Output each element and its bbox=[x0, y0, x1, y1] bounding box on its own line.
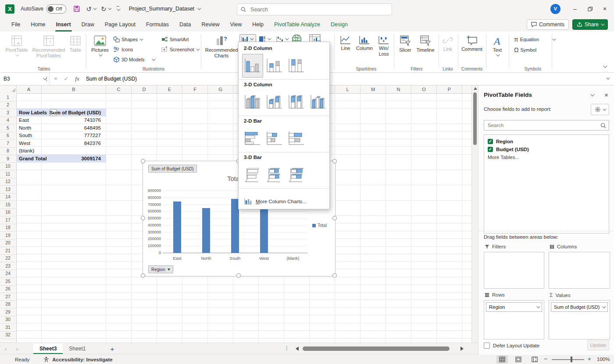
chart-gallery-item-bar3d-0[interactable] bbox=[242, 163, 263, 187]
rows-area-box[interactable]: Region bbox=[484, 300, 544, 339]
sparkline-column-button[interactable]: Column bbox=[354, 35, 375, 51]
table-button[interactable]: Table bbox=[67, 35, 84, 53]
icons-button[interactable]: Icons bbox=[113, 46, 133, 53]
chart-legend[interactable]: Total bbox=[312, 223, 327, 228]
3d-models-button[interactable]: 3D Models bbox=[113, 57, 154, 63]
row-header-29[interactable]: 29 bbox=[0, 308, 16, 316]
column-header-M[interactable]: M bbox=[361, 85, 386, 93]
pivot-values-header-cell[interactable]: Sum of Budget (USD) bbox=[50, 110, 101, 115]
equation-button[interactable]: π Equation bbox=[514, 36, 555, 43]
slicer-button[interactable]: Slicer bbox=[396, 35, 414, 53]
chart-axis-field-button[interactable]: Region bbox=[148, 265, 173, 273]
row-header-10[interactable]: 10 bbox=[0, 163, 16, 171]
columns-area-box[interactable] bbox=[549, 252, 610, 289]
row-header-3[interactable]: 3 bbox=[0, 109, 16, 117]
chart-gallery-item-col3d-0[interactable] bbox=[242, 90, 263, 114]
row-header-2[interactable]: 2 bbox=[0, 101, 16, 110]
vertical-scrollbar[interactable] bbox=[471, 85, 478, 343]
search-box[interactable] bbox=[237, 4, 392, 15]
recommended-charts-button[interactable]: ? Recommended Charts bbox=[206, 35, 237, 59]
confirm-entry-icon[interactable]: ✓ bbox=[61, 73, 71, 85]
update-button[interactable]: Update bbox=[587, 340, 609, 350]
sparkline-line-button[interactable]: Line bbox=[338, 35, 353, 51]
restore-button[interactable] bbox=[583, 2, 596, 15]
row-header-13[interactable]: 13 bbox=[0, 185, 16, 194]
column-header-L[interactable]: L bbox=[335, 85, 361, 93]
customize-qat-icon[interactable] bbox=[117, 6, 119, 12]
insert-hierarchy-chart-button[interactable] bbox=[259, 36, 270, 42]
menu-tab-data[interactable]: Data bbox=[174, 18, 196, 32]
row-header-17[interactable]: 17 bbox=[0, 216, 16, 224]
comments-button[interactable]: Comments bbox=[527, 19, 569, 30]
excel-logo-icon[interactable]: X bbox=[5, 4, 14, 14]
accessibility-status[interactable]: Accessibility: Investigate bbox=[52, 357, 112, 362]
undo-chevron-icon[interactable] bbox=[93, 6, 96, 10]
tools-gear-button[interactable] bbox=[591, 104, 609, 115]
document-title[interactable]: Project_Summary_Dataset bbox=[129, 6, 194, 12]
row-header-6[interactable]: 6 bbox=[0, 132, 16, 140]
row-header-1[interactable]: 1 bbox=[0, 93, 16, 102]
chart-selection-handle[interactable] bbox=[141, 273, 145, 278]
title-chevron-icon[interactable] bbox=[197, 6, 201, 10]
chart-bar-North[interactable] bbox=[202, 208, 210, 253]
recommended-pivottables-button[interactable]: ? Recommended PivotTables bbox=[31, 35, 67, 59]
normal-view-icon[interactable] bbox=[496, 355, 508, 364]
shapes-button[interactable]: Shapes bbox=[113, 36, 142, 42]
expand-formula-bar-icon[interactable] bbox=[606, 76, 610, 79]
column-header-B[interactable]: B bbox=[42, 85, 106, 93]
horizontal-scroll-thumb[interactable] bbox=[303, 346, 450, 351]
comment-button[interactable]: Comment bbox=[460, 35, 484, 52]
sheet-tab-sheet3[interactable]: Sheet3 bbox=[33, 343, 63, 354]
chart-bar-East[interactable] bbox=[173, 201, 181, 253]
pane-search-input[interactable] bbox=[487, 122, 600, 128]
zoom-slider-track[interactable] bbox=[552, 359, 584, 360]
collapse-ribbon-icon[interactable] bbox=[603, 64, 607, 68]
more-column-charts-item[interactable]: More Column Charts... bbox=[239, 196, 329, 207]
pivot-row-North[interactable]: North648495 bbox=[16, 124, 106, 132]
column-header-C[interactable]: C bbox=[106, 85, 132, 93]
pivottable-button[interactable]: PivotTable bbox=[5, 35, 28, 57]
redo-icon[interactable]: ↻ bbox=[101, 6, 107, 12]
chart-gallery-item-col2d-1[interactable] bbox=[264, 54, 285, 78]
row-header-24[interactable]: 24 bbox=[0, 270, 16, 278]
column-header-partial[interactable] bbox=[462, 85, 471, 93]
tabbar-options-icon[interactable]: ⋮ bbox=[284, 345, 289, 351]
field-item-region[interactable]: ✓Region bbox=[488, 138, 605, 145]
menu-tab-design[interactable]: Design bbox=[325, 18, 353, 32]
row-header-9[interactable]: 9 bbox=[0, 155, 16, 163]
search-input[interactable] bbox=[250, 6, 388, 13]
formula-options-icon[interactable]: ⋮ bbox=[43, 73, 50, 85]
text-button[interactable]: A Text bbox=[489, 35, 506, 57]
pane-close-icon[interactable]: × bbox=[604, 91, 608, 99]
vertical-scroll-thumb[interactable] bbox=[473, 92, 477, 145]
menu-tab-formulas[interactable]: Formulas bbox=[141, 18, 174, 32]
sparkline-winloss-button[interactable]: Win/ Loss bbox=[375, 35, 392, 57]
select-all-corner[interactable] bbox=[0, 85, 17, 93]
page-break-view-icon[interactable] bbox=[529, 355, 540, 364]
row-header-23[interactable]: 23 bbox=[0, 262, 16, 270]
field-item-budget-usd-[interactable]: ✓Budget (USD) bbox=[488, 145, 605, 153]
row-header-20[interactable]: 20 bbox=[0, 239, 16, 247]
row-header-15[interactable]: 15 bbox=[0, 201, 16, 209]
menu-tab-home[interactable]: Home bbox=[25, 18, 50, 32]
field-checkbox-checked[interactable]: ✓ bbox=[488, 147, 493, 152]
scroll-up-icon[interactable] bbox=[474, 87, 477, 90]
values-area-box[interactable]: Sum of Budget (USD) bbox=[549, 300, 610, 339]
timeline-button[interactable]: Timeline bbox=[415, 35, 436, 53]
prev-sheet-icon[interactable]: ‹ bbox=[0, 346, 11, 352]
column-header-A[interactable]: A bbox=[16, 85, 42, 93]
row-header-32[interactable]: 32 bbox=[0, 331, 16, 339]
zoom-slider-thumb[interactable] bbox=[571, 357, 572, 362]
column-header-F[interactable]: F bbox=[182, 85, 208, 93]
column-header-G[interactable]: G bbox=[208, 85, 233, 93]
hscroll-left-icon[interactable] bbox=[296, 346, 299, 351]
chart-gallery-item-bar2d-1[interactable] bbox=[264, 127, 285, 150]
row-header-5[interactable]: 5 bbox=[0, 124, 16, 132]
row-header-4[interactable]: 4 bbox=[0, 117, 16, 125]
chart-gallery-item-col3d-2[interactable] bbox=[286, 90, 307, 114]
row-header-19[interactable]: 19 bbox=[0, 231, 16, 240]
sheet-tab-sheet1[interactable]: Sheet1 bbox=[63, 343, 92, 354]
share-button[interactable]: Share bbox=[572, 19, 608, 30]
chart-gallery-item-col2d-2[interactable] bbox=[286, 54, 307, 78]
chart-gallery-item-col3d-3[interactable] bbox=[308, 90, 329, 114]
